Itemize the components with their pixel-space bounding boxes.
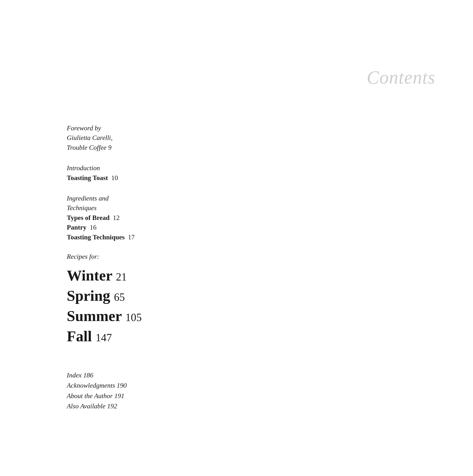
toc-content: Foreword by Giulietta Carelli, Trouble C…: [67, 123, 142, 411]
toasting-toast-entry: Toasting Toast 10: [67, 173, 142, 183]
ingredients-label-line1: Ingredients and: [67, 193, 142, 203]
foreword-label-line1: Foreword by: [67, 123, 142, 133]
types-of-bread-entry: Types of Bread 12: [67, 213, 142, 222]
toc-ingredients-section: Ingredients and Techniques Types of Brea…: [67, 193, 142, 242]
toasting-techniques-entry: Toasting Techniques 17: [67, 232, 142, 242]
winter-entry: Winter 21: [67, 265, 142, 286]
introduction-label: Introduction: [67, 163, 142, 173]
pantry-entry: Pantry 16: [67, 222, 142, 232]
toc-recipes-section: Recipes for: Winter 21 Spring 65 Summer …: [67, 253, 142, 347]
toc-back-matter: Index 186 Acknowledgments 190 About the …: [67, 370, 142, 411]
about-author-entry: About the Author 191: [67, 391, 142, 401]
also-available-entry: Also Available 192: [67, 401, 142, 411]
ingredients-label-line2: Techniques: [67, 203, 142, 213]
fall-entry: Fall 147: [67, 326, 142, 346]
page-container: Contents Foreword by Giulietta Carelli, …: [0, 0, 473, 476]
page-title: Contents: [367, 67, 435, 88]
toc-introduction-section: Introduction Toasting Toast 10: [67, 163, 142, 183]
index-entry: Index 186: [67, 370, 142, 381]
foreword-label-line3: Trouble Coffee 9: [67, 143, 142, 152]
acknowledgments-entry: Acknowledgments 190: [67, 380, 142, 391]
recipes-label: Recipes for:: [67, 253, 142, 260]
summer-entry: Summer 105: [67, 306, 142, 326]
foreword-label-line2: Giulietta Carelli,: [67, 133, 142, 142]
toc-foreword-section: Foreword by Giulietta Carelli, Trouble C…: [67, 123, 142, 152]
spring-entry: Spring 65: [67, 286, 142, 306]
